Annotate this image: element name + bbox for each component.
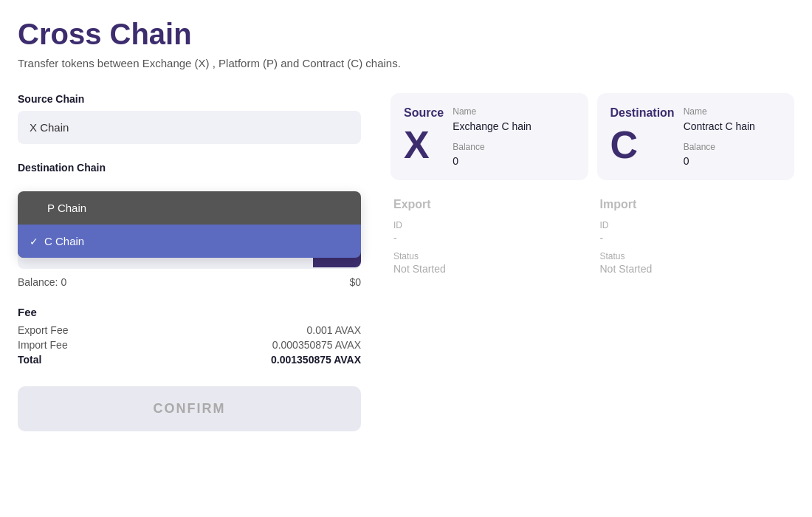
destination-card-content: Destination C <box>610 106 675 164</box>
source-balance-label: Balance <box>453 142 531 152</box>
dropdown-item-p-chain[interactable]: P Chain <box>18 191 361 225</box>
import-id-value: - <box>600 232 792 244</box>
import-status-label: Status <box>600 251 792 261</box>
source-card-content: Source X <box>404 106 444 164</box>
source-name-label: Name <box>453 106 531 117</box>
source-card-letter: X <box>404 126 444 164</box>
c-chain-check: ✓ <box>30 236 38 247</box>
import-id-label: ID <box>600 220 792 230</box>
source-chain-card: Source X Name Exchange C hain Balance 0 <box>390 93 588 180</box>
import-title: Import <box>600 198 792 211</box>
p-chain-label: P Chain <box>47 202 86 214</box>
c-chain-label: C Chain <box>44 235 84 247</box>
destination-card-letter: C <box>610 126 675 164</box>
destination-dropdown[interactable]: P Chain ✓ C Chain <box>18 191 361 258</box>
destination-balance-label: Balance <box>684 142 755 152</box>
page-subtitle: Transfer tokens between Exchange (X) , P… <box>18 57 794 69</box>
dropdown-item-c-chain[interactable]: ✓ C Chain <box>18 225 361 258</box>
destination-chain-label: Destination Chain <box>18 162 361 174</box>
confirm-button[interactable]: CONFIRM <box>18 386 361 431</box>
balance-label: Balance: 0 <box>18 276 66 288</box>
total-fee-value: 0.001350875 AVAX <box>271 354 361 366</box>
destination-name-value: Contract C hain <box>684 120 755 133</box>
destination-card-title: Destination <box>610 106 675 120</box>
source-card-info: Name Exchange C hain Balance 0 <box>453 106 531 167</box>
destination-chain-card: Destination C Name Contract C hain Balan… <box>597 93 795 180</box>
source-chain-display: X Chain <box>18 111 361 144</box>
export-id-value: - <box>393 232 585 244</box>
source-name-value: Exchange C hain <box>453 120 531 133</box>
right-panel: Source X Name Exchange C hain Balance 0 … <box>390 93 794 282</box>
export-status-card: Export ID - Status Not Started <box>390 198 588 282</box>
export-title: Export <box>393 198 585 211</box>
total-fee-label: Total <box>18 354 41 366</box>
import-fee-label: Import Fee <box>18 339 68 351</box>
p-chain-check <box>30 202 41 214</box>
export-status-label: Status <box>393 251 585 261</box>
export-fee-label: Export Fee <box>18 324 68 336</box>
source-balance-value: 0 <box>453 155 531 167</box>
export-id-label: ID <box>393 220 585 230</box>
destination-section: Destination Chain P Chain ✓ C Chain <box>18 162 361 174</box>
chain-cards-row: Source X Name Exchange C hain Balance 0 … <box>390 93 794 180</box>
export-status-value: Not Started <box>393 263 585 275</box>
balance-row: Balance: 0 $0 <box>18 276 361 288</box>
destination-balance-value: 0 <box>684 155 755 167</box>
export-fee-value: 0.001 AVAX <box>307 324 361 336</box>
import-status-value: Not Started <box>600 263 792 275</box>
import-fee-value: 0.000350875 AVAX <box>272 339 361 351</box>
transfer-status-row: Export ID - Status Not Started Import ID… <box>390 198 794 282</box>
destination-name-label: Name <box>684 106 755 117</box>
left-panel: Source Chain X Chain Destination Chain P… <box>18 93 361 431</box>
page-title: Cross Chain <box>18 18 794 51</box>
total-fee-row: Total 0.001350875 AVAX <box>18 354 361 366</box>
fee-title: Fee <box>18 306 361 318</box>
import-status-card: Import ID - Status Not Started <box>597 198 795 282</box>
import-fee-row: Import Fee 0.000350875 AVAX <box>18 339 361 351</box>
source-chain-label: Source Chain <box>18 93 361 105</box>
balance-usd: $0 <box>349 276 361 288</box>
source-card-title: Source <box>404 106 444 120</box>
destination-card-info: Name Contract C hain Balance 0 <box>684 106 755 167</box>
fee-section: Fee Export Fee 0.001 AVAX Import Fee 0.0… <box>18 306 361 366</box>
export-fee-row: Export Fee 0.001 AVAX <box>18 324 361 336</box>
